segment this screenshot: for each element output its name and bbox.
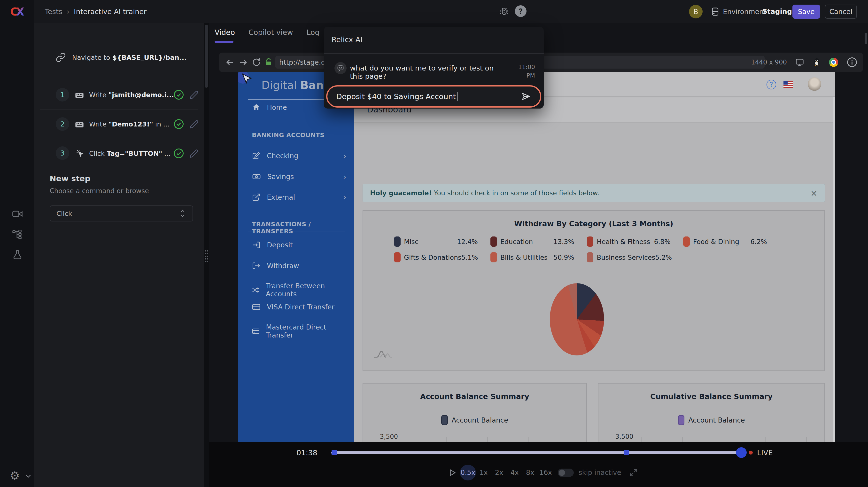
- info-icon[interactable]: [846, 57, 858, 68]
- panel-divider[interactable]: [204, 23, 209, 487]
- bars-layer: [598, 384, 825, 442]
- environment-label: Environment: [723, 8, 766, 16]
- settings-gear-icon[interactable]: ⚙: [10, 469, 20, 482]
- account-balance-card: Account Balance Summary Account Balance …: [363, 383, 587, 442]
- legend-item[interactable]: Business Services5.2%: [587, 252, 683, 263]
- edit-pencil-icon[interactable]: [189, 120, 198, 129]
- savings-icon: [252, 172, 261, 181]
- forward-icon[interactable]: [239, 57, 248, 67]
- app-window: CX Tests › Interactive AI trainer ? B En…: [0, 0, 868, 487]
- environment-value[interactable]: Staging: [763, 7, 792, 16]
- speed-16x[interactable]: 16x: [538, 468, 553, 477]
- sparkline-icon[interactable]: [374, 349, 393, 359]
- bank-nav-withdraw[interactable]: Withdraw: [252, 262, 346, 270]
- tab-video[interactable]: Video: [215, 28, 235, 37]
- step-prefix: Write: [89, 120, 108, 128]
- help-icon[interactable]: ?: [515, 5, 527, 17]
- legend-swatch: [683, 237, 690, 247]
- legend-item[interactable]: Bills & Utilities50.9%: [490, 252, 587, 263]
- bank-user-avatar[interactable]: [808, 77, 821, 91]
- main-scrollbar-thumb[interactable]: [865, 33, 867, 44]
- breadcrumb-root[interactable]: Tests: [45, 7, 62, 16]
- navigate-target: ${BASE_URL}/ban...: [112, 54, 186, 61]
- shuffle-icon: [252, 286, 259, 294]
- avatar[interactable]: B: [689, 5, 703, 19]
- video-viewport[interactable]: Digital Bank Home BANKING ACCOUNTS Check…: [238, 72, 835, 442]
- bank-nav-savings[interactable]: Savings ›: [252, 172, 346, 181]
- drag-handle[interactable]: [205, 249, 208, 263]
- speed-0.5x[interactable]: 0.5x: [460, 465, 476, 481]
- bank-help-icon[interactable]: ?: [767, 80, 776, 89]
- speed-4x[interactable]: 4x: [507, 468, 522, 477]
- cancel-button[interactable]: Cancel: [825, 5, 857, 19]
- divider: [40, 110, 198, 110]
- flow-tree-icon[interactable]: [12, 229, 23, 240]
- video-camera-icon[interactable]: [12, 208, 23, 219]
- timestamp-hm: 11:00: [518, 63, 535, 71]
- flask-icon[interactable]: [12, 249, 23, 260]
- pie-chart-card: Withdraw By Category (Last 3 Months) Mis…: [363, 210, 825, 371]
- reload-icon[interactable]: [252, 57, 261, 67]
- alert-close-icon[interactable]: ×: [811, 188, 817, 198]
- bug-icon[interactable]: [498, 5, 510, 17]
- bars-layer: [363, 384, 587, 442]
- player-bar: 01:38 LIVE 0.5x1x2x4x8x16x skip inactive: [209, 442, 868, 487]
- chevron-right-icon: ›: [343, 152, 346, 160]
- command-select[interactable]: Click: [50, 206, 193, 221]
- player-controls: 0.5x1x2x4x8x16x skip inactive: [448, 465, 638, 481]
- us-flag-icon[interactable]: [783, 81, 793, 88]
- legend-item[interactable]: Health & Fitness6.8%: [587, 237, 683, 247]
- step-value: "jsmith@demo.i...: [108, 91, 174, 99]
- bank-nav-deposit[interactable]: Deposit: [252, 241, 346, 249]
- legend-label: Gifts & Donations: [404, 254, 461, 261]
- check-circle-icon: [173, 148, 184, 159]
- chevron-down-icon[interactable]: [24, 472, 32, 480]
- relicx-ai-popup: Relicx AI what do you want me to verify …: [324, 27, 544, 109]
- seek-thumb[interactable]: [736, 447, 747, 458]
- edit-pencil-icon[interactable]: [189, 149, 198, 158]
- app-logo[interactable]: CX: [0, 0, 34, 23]
- seek-marker-start[interactable]: [332, 450, 337, 455]
- bank-nav-visa-transfer[interactable]: VISA Direct Transfer: [252, 303, 346, 311]
- legend-item[interactable]: Education13.3%: [490, 237, 587, 247]
- back-icon[interactable]: [225, 57, 235, 67]
- navigate-step[interactable]: Navigate to ${BASE_URL}/ban...: [56, 52, 196, 62]
- ai-prompt-input[interactable]: Deposit $40 to Savings Account: [326, 85, 541, 108]
- bank-nav-transfer[interactable]: Transfer Between Accounts: [252, 282, 346, 298]
- breadcrumb: Tests › Interactive AI trainer: [45, 0, 147, 23]
- bank-nav-external[interactable]: External ›: [252, 193, 346, 202]
- legend-item[interactable]: Gifts & Donations5.1%: [394, 252, 490, 263]
- play-icon[interactable]: [448, 468, 457, 477]
- skip-inactive-toggle[interactable]: [558, 468, 574, 477]
- speed-2x[interactable]: 2x: [491, 468, 507, 477]
- external-link-icon: [252, 193, 260, 202]
- tab-copilot-view[interactable]: Copilot view: [248, 28, 293, 37]
- live-label: LIVE: [757, 449, 773, 457]
- seek-bar[interactable]: [331, 451, 745, 454]
- step-prefix: Write: [89, 91, 108, 99]
- bank-nav-label: Mastercard Direct Transfer: [266, 323, 346, 339]
- bank-scrollbar[interactable]: [833, 97, 835, 442]
- home-icon: [252, 103, 260, 112]
- divider: [40, 139, 198, 139]
- bank-nav-label: Home: [267, 103, 287, 112]
- edit-pencil-icon[interactable]: [189, 90, 198, 99]
- scrollbar-thumb[interactable]: [205, 25, 208, 88]
- legend-item[interactable]: Misc12.4%: [394, 237, 490, 247]
- speed-1x[interactable]: 1x: [476, 468, 491, 477]
- save-button[interactable]: Save: [793, 5, 820, 19]
- bank-nav-mastercard-transfer[interactable]: Mastercard Direct Transfer: [252, 323, 346, 339]
- bank-nav-checking[interactable]: Checking ›: [252, 151, 346, 160]
- monitor-icon[interactable]: [795, 58, 804, 67]
- seek-marker-mid[interactable]: [624, 450, 629, 455]
- step-prefix: Click: [89, 150, 107, 157]
- fullscreen-icon[interactable]: [629, 468, 638, 477]
- live-dot: [749, 451, 753, 455]
- pie-chart[interactable]: [550, 283, 604, 356]
- send-icon[interactable]: [521, 91, 531, 102]
- tab-log[interactable]: Log: [307, 28, 320, 37]
- speed-8x[interactable]: 8x: [522, 468, 538, 477]
- step-suffix: ...: [162, 150, 170, 157]
- legend-item[interactable]: Food & Dining6.2%: [683, 237, 780, 247]
- step-number: 1: [56, 88, 69, 101]
